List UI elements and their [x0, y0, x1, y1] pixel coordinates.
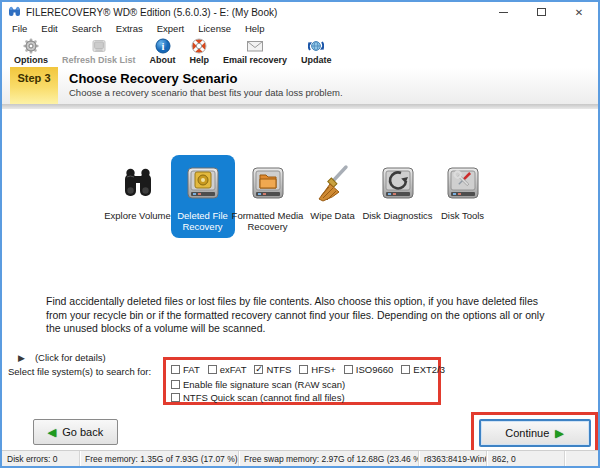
checkbox-box[interactable] [208, 365, 217, 374]
step-banner: Step 3 Choose Recovery Scenario Choose a… [2, 67, 598, 104]
continue-arrow-icon: ▶ [555, 427, 563, 440]
scenario-disk-tools[interactable]: Disk Tools [431, 155, 495, 238]
checkbox-box[interactable] [171, 365, 180, 374]
step-number-box: Step 3 [10, 67, 58, 104]
toolbar-help-label: Help [190, 55, 210, 65]
disk-folder-icon [248, 163, 288, 205]
disk-gear-icon [183, 163, 223, 205]
status-coordinates: 862, 0 [487, 451, 565, 466]
continue-button[interactable]: Continue ▶ [479, 419, 591, 447]
checkbox-label: Enable file signature scan (RAW scan) [183, 379, 345, 390]
checkbox-box[interactable]: ✓ [254, 365, 263, 374]
checkbox-label: exFAT [220, 364, 247, 375]
broom-icon [313, 163, 353, 205]
binoculars-icon [118, 163, 158, 205]
status-disk-errors: Disk errors: 0 [2, 451, 80, 466]
toolbar-help[interactable]: Help [183, 37, 217, 65]
scenario-description: Find accidentally deleted files or lost … [46, 295, 560, 336]
checkbox-label: NTFS [266, 364, 291, 375]
expander-triangle-icon: ▶ [18, 353, 25, 363]
svg-text:i: i [161, 40, 164, 51]
app-window: FILERECOVERY® WD® Edition (5.6.0.3) - E:… [0, 0, 600, 468]
scenario-deleted-file-recovery[interactable]: Deleted File Recovery [171, 155, 235, 238]
checkbox-box[interactable] [171, 393, 180, 402]
scenario-formatted-media-recovery[interactable]: Formatted Media Recovery [236, 155, 300, 238]
checkbox-label: ISO9660 [356, 364, 394, 375]
checkbox-label: HFS+ [311, 364, 336, 375]
toolbar-update-label: Update [301, 55, 332, 65]
close-button[interactable]: ✕ [560, 2, 598, 22]
checkbox-box[interactable] [299, 365, 308, 374]
menu-search[interactable]: Search [65, 23, 109, 34]
scenario-explore-volume[interactable]: Explore Volume [106, 155, 170, 238]
checkbox-label: FAT [183, 364, 200, 375]
scenario-row: Explore Volume Deleted File Recov [2, 155, 598, 238]
main-content: Explore Volume Deleted File Recov [2, 109, 598, 450]
filesystem-select-label: Select file system(s) to search for: [8, 366, 151, 377]
toolbar: Options Refresh Disk List i About [2, 35, 598, 67]
menu-help[interactable]: Help [238, 23, 272, 34]
menu-edit[interactable]: Edit [34, 23, 64, 34]
scenario-disk-diagnostics[interactable]: Disk Diagnostics [366, 155, 430, 238]
scenario-wipe-data[interactable]: Wipe Data [301, 155, 365, 238]
checkbox-ext23[interactable]: EXT2/3 [401, 364, 445, 375]
menu-file[interactable]: File [5, 23, 34, 34]
checkbox-box[interactable] [171, 380, 180, 389]
page-subtitle: Choose a recovery scenario that best fit… [69, 87, 598, 98]
toolbar-refresh-label: Refresh Disk List [62, 55, 136, 65]
toolbar-update[interactable]: Update [294, 37, 339, 65]
continue-label: Continue [505, 427, 549, 439]
expander-label: (Click for details) [35, 352, 106, 363]
checkbox-ntfs-quick-scan[interactable]: NTFS Quick scan (cannot find all files) [171, 392, 345, 403]
status-build-version: r8363:8419-Win64 [419, 451, 487, 466]
annotation-highlight-continue: Continue ▶ [471, 412, 598, 454]
maximize-icon [537, 8, 546, 16]
toolbar-about-label: About [150, 55, 176, 65]
back-arrow-icon: ◀ [48, 426, 56, 439]
update-globe-icon [308, 37, 324, 54]
checkbox-ntfs[interactable]: ✓ NTFS [254, 364, 291, 375]
disk-tools-icon [443, 163, 483, 205]
go-back-label: Go back [62, 426, 103, 438]
checkbox-box[interactable] [344, 365, 353, 374]
go-back-button[interactable]: ◀ Go back [33, 419, 118, 445]
page-title: Choose Recovery Scenario [69, 71, 598, 86]
status-free-swap-memory: Free swap memory: 2.97G of 12.68G (23.46… [239, 451, 419, 466]
checkbox-box[interactable] [401, 365, 410, 374]
checkbox-label: NTFS Quick scan (cannot find all files) [183, 392, 345, 403]
info-icon: i [155, 37, 171, 54]
menu-bar: File Edit Search Extras Expert License H… [2, 22, 598, 35]
envelope-icon [246, 37, 264, 54]
maximize-button[interactable] [522, 2, 560, 22]
minimize-icon [499, 12, 508, 13]
title-bar: FILERECOVERY® WD® Edition (5.6.0.3) - E:… [2, 2, 598, 22]
minimize-button[interactable] [484, 2, 522, 22]
disk-diagnostics-icon [378, 163, 418, 205]
menu-expert[interactable]: Expert [150, 23, 191, 34]
toolbar-options[interactable]: Options [7, 37, 55, 65]
app-binoculars-icon [8, 5, 21, 20]
toolbar-refresh-disk-list[interactable]: Refresh Disk List [55, 37, 143, 65]
checkbox-iso9660[interactable]: ISO9660 [344, 364, 394, 375]
gear-icon [23, 37, 39, 54]
status-bar: Disk errors: 0 Free memory: 1.35G of 7.9… [2, 450, 598, 466]
scenario-label: Disk Tools [423, 210, 503, 221]
close-icon: ✕ [575, 7, 583, 18]
menu-extras[interactable]: Extras [109, 23, 150, 34]
toolbar-options-label: Options [14, 55, 48, 65]
menu-license[interactable]: License [191, 23, 238, 34]
status-empty [565, 451, 598, 466]
checkbox-label: EXT2/3 [413, 364, 445, 375]
details-expander[interactable]: ▶ (Click for details) [18, 352, 106, 363]
toolbar-email-recovery[interactable]: Email recovery [216, 37, 294, 65]
lifebuoy-icon [191, 37, 207, 54]
disk-drive-icon [91, 37, 107, 54]
toolbar-email-label: Email recovery [223, 55, 287, 65]
checkbox-raw-scan[interactable]: Enable file signature scan (RAW scan) [171, 379, 345, 390]
filesystem-options-row: FAT exFAT ✓ NTFS HFS+ ISO9660 [171, 363, 438, 376]
toolbar-about[interactable]: i About [143, 37, 183, 65]
status-free-memory: Free memory: 1.35G of 7.93G (17.07 %) [80, 451, 239, 466]
checkbox-fat[interactable]: FAT [171, 364, 200, 375]
checkbox-hfs[interactable]: HFS+ [299, 364, 336, 375]
checkbox-exfat[interactable]: exFAT [208, 364, 247, 375]
